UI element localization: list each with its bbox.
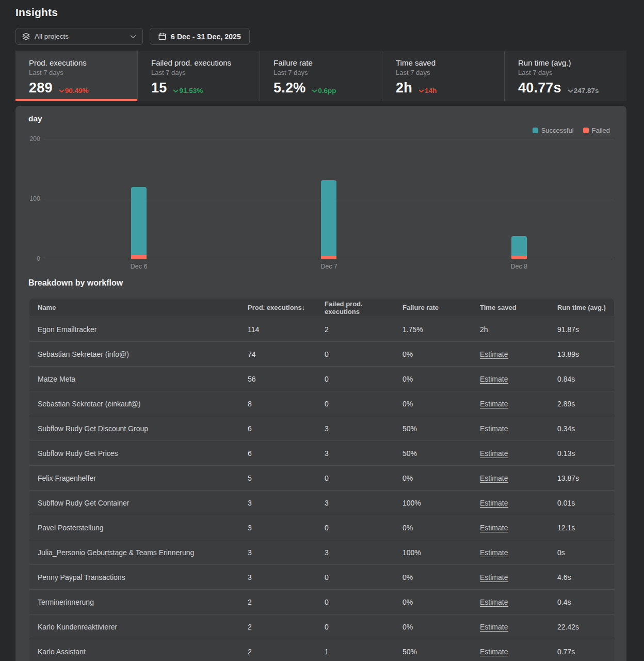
prod-executions-cell: 3 [239, 499, 316, 507]
bar-segment-successful [321, 180, 336, 256]
bar-segment-successful [511, 236, 527, 256]
column-header-failed-prod-executions[interactable]: Failed prod. executions [316, 300, 394, 316]
failed-prod-executions-cell: 0 [316, 350, 394, 358]
estimate-link[interactable]: Estimate [480, 449, 508, 458]
x-axis-label: Dec 6 [44, 263, 234, 270]
workflow-link[interactable]: Felix Fragenhelfer [38, 474, 96, 482]
stat-card-run-time[interactable]: Run time (avg.) Last 7 days 40.77s 247.8… [504, 51, 626, 101]
estimate-link[interactable]: Estimate [480, 375, 508, 383]
estimate-link[interactable]: Estimate [480, 499, 508, 507]
failure-rate-cell: 50% [394, 449, 472, 458]
stat-card-prod-executions[interactable]: Prod. executions Last 7 days 289 90.49% [15, 51, 137, 101]
workflow-link[interactable]: Pavel Posterstellung [38, 524, 104, 532]
prod-executions-cell: 3 [239, 548, 316, 557]
failed-prod-executions-cell: 0 [316, 573, 394, 581]
date-range-value: 6 Dec - 31 Dec, 2025 [171, 33, 241, 41]
table-row: Julia_Personio Geburtstage & Teams Erinn… [29, 540, 614, 564]
failure-rate-cell: 0% [394, 350, 472, 358]
sort-desc-icon: ↓ [302, 304, 305, 311]
failure-rate-cell: 0% [394, 375, 472, 383]
estimate-link[interactable]: Estimate [480, 400, 508, 408]
estimate-link[interactable]: Estimate [480, 623, 508, 631]
trend-down-icon [312, 89, 317, 93]
bar-dec-7[interactable] [321, 180, 336, 259]
workflow-link[interactable]: Subflow Rudy Get Container [38, 499, 129, 507]
failure-rate-cell: 0% [394, 623, 472, 631]
column-header-prod-executions[interactable]: Prod. executions↓ [239, 304, 316, 311]
failure-rate-cell: 0% [394, 474, 472, 482]
workflow-link[interactable]: Egon Emailtracker [38, 325, 96, 334]
column-header-name[interactable]: Name [29, 304, 239, 311]
insights-panel: day Successful Failed 2001000 Dec 6Dec 7… [15, 106, 626, 661]
stat-title: Failure rate [273, 58, 382, 67]
stat-value: 5.2% [273, 80, 305, 96]
prod-executions-cell: 2 [239, 623, 316, 631]
bar-segment-failed [131, 255, 147, 259]
workflow-link[interactable]: Karlo Kundenreaktivierer [38, 623, 117, 631]
column-header-run-time[interactable]: Run time (avg.) [549, 304, 614, 311]
workflow-link[interactable]: Sebastian Sekretaer (info@) [38, 350, 129, 358]
failed-prod-executions-cell: 0 [316, 375, 394, 383]
column-header-time-saved[interactable]: Time saved [472, 304, 549, 311]
estimate-link[interactable]: Estimate [480, 474, 508, 482]
estimate-link[interactable]: Estimate [480, 424, 508, 433]
workflow-link[interactable]: Penny Paypal Transactions [38, 573, 125, 581]
workflow-link[interactable]: Terminerinnerung [38, 598, 94, 606]
workflow-link[interactable]: Matze Meta [38, 375, 75, 383]
table-row: Penny Paypal Transactions 3 0 0% Estimat… [29, 564, 614, 589]
legend-item-successful[interactable]: Successful [533, 127, 574, 134]
stat-period: Last 7 days [518, 69, 626, 76]
estimate-link[interactable]: Estimate [480, 573, 508, 581]
trend-down-icon [568, 89, 573, 93]
executions-bar-chart: 2001000 [44, 139, 614, 259]
stat-title: Failed prod. executions [151, 58, 260, 67]
x-axis-labels: Dec 6Dec 7Dec 8 [44, 263, 614, 270]
layers-icon [22, 33, 30, 40]
failed-prod-executions-cell: 0 [316, 623, 394, 631]
workflow-link[interactable]: Subflow Rudy Get Discount Group [38, 424, 148, 433]
failure-rate-cell: 50% [394, 424, 472, 433]
estimate-link[interactable]: Estimate [480, 524, 508, 532]
column-header-failure-rate[interactable]: Failure rate [394, 304, 472, 311]
project-filter-select[interactable]: All projects [15, 28, 143, 45]
stat-delta: 14h [418, 87, 437, 95]
workflow-link[interactable]: Sebastian Sekretaer (einkauf@) [38, 400, 140, 408]
calendar-icon [158, 33, 166, 40]
bar-segment-failed [321, 256, 336, 259]
estimate-link[interactable]: Estimate [480, 598, 508, 606]
bar-dec-6[interactable] [131, 187, 147, 259]
table-row: Matze Meta 56 0 0% Estimate 0.84s [29, 366, 614, 391]
table-row: Subflow Rudy Get Container 3 3 100% Esti… [29, 490, 614, 515]
prod-executions-cell: 114 [239, 325, 316, 334]
breakdown-heading: Breakdown by workflow [28, 278, 123, 288]
run-time-cell: 13.87s [549, 474, 614, 482]
workflow-link[interactable]: Karlo Assistant [38, 648, 86, 656]
y-tick: 200 [21, 135, 40, 143]
estimate-link[interactable]: Estimate [480, 548, 508, 557]
table-row: Egon Emailtracker 114 2 1.75% 2h 91.87s [29, 317, 614, 341]
workflow-link[interactable]: Subflow Rudy Get Prices [38, 449, 118, 458]
bar-dec-8[interactable] [511, 236, 527, 259]
table-row: Subflow Rudy Get Prices 6 3 50% Estimate… [29, 440, 614, 465]
failed-prod-executions-cell: 3 [316, 499, 394, 507]
legend-item-failed[interactable]: Failed [583, 127, 610, 134]
trend-down-icon [173, 89, 179, 93]
stat-card-time-saved[interactable]: Time saved Last 7 days 2h 14h [382, 51, 504, 101]
prod-executions-cell: 74 [239, 350, 316, 358]
estimate-link[interactable]: Estimate [480, 350, 508, 358]
failed-prod-executions-cell: 2 [316, 325, 394, 334]
run-time-cell: 12.1s [549, 524, 614, 532]
stat-card-failed-prod-executions[interactable]: Failed prod. executions Last 7 days 15 9… [137, 51, 260, 101]
table-body: Egon Emailtracker 114 2 1.75% 2h 91.87s … [29, 317, 614, 661]
stat-delta: 91.53% [173, 87, 203, 95]
chart-granularity-label: day [28, 114, 42, 123]
table-header-row: Name Prod. executions↓ Failed prod. exec… [29, 298, 614, 317]
stat-title: Run time (avg.) [518, 58, 626, 67]
stat-card-failure-rate[interactable]: Failure rate Last 7 days 5.2% 0.6pp [260, 51, 382, 101]
failure-rate-cell: 0% [394, 400, 472, 408]
workflow-link[interactable]: Julia_Personio Geburtstage & Teams Erinn… [38, 548, 194, 557]
failure-rate-cell: 1.75% [394, 325, 472, 334]
failed-prod-executions-cell: 1 [316, 648, 394, 656]
date-range-button[interactable]: 6 Dec - 31 Dec, 2025 [150, 28, 250, 45]
estimate-link[interactable]: Estimate [480, 648, 508, 656]
